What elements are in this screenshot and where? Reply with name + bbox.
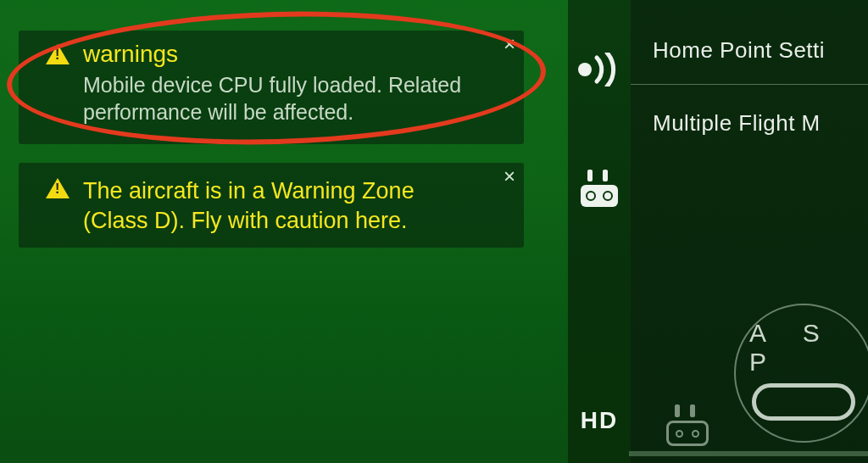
flight-mode-dial[interactable]: A S P bbox=[734, 304, 868, 443]
remote-controller-icon bbox=[666, 404, 709, 446]
notification-title: warnings bbox=[83, 41, 483, 68]
settings-row-multiple-flight-mode[interactable]: Multiple Flight M bbox=[631, 97, 868, 152]
notification-body: The aircraft is in a Warning Zone (Class… bbox=[83, 176, 483, 235]
warning-triangle-icon bbox=[46, 178, 70, 198]
mode-switch-pill-icon bbox=[752, 383, 855, 421]
settings-row-home-point[interactable]: Home Point Setti bbox=[631, 24, 868, 79]
svg-point-0 bbox=[578, 63, 592, 76]
shelf-line bbox=[629, 451, 868, 456]
flight-mode-letters: A S P bbox=[749, 319, 868, 377]
warning-triangle-icon bbox=[46, 44, 70, 64]
notification-body: Mobile device CPU fully loaded. Related … bbox=[83, 71, 483, 126]
flight-mode-widget: A S P bbox=[629, 317, 868, 463]
signal-strength-icon bbox=[576, 53, 622, 86]
close-icon[interactable]: × bbox=[504, 34, 515, 54]
notification-warning-zone: The aircraft is in a Warning Zone (Class… bbox=[19, 163, 524, 248]
notification-cpu-warning: warnings Mobile device CPU fully loaded.… bbox=[19, 31, 524, 144]
hd-indicator: HD bbox=[581, 407, 618, 434]
remote-controller-icon bbox=[581, 170, 618, 207]
status-strip: HD bbox=[568, 0, 631, 463]
settings-panel: Home Point Setti Multiple Flight M A S P bbox=[631, 0, 868, 463]
close-icon[interactable]: × bbox=[504, 166, 515, 187]
divider bbox=[631, 84, 868, 85]
